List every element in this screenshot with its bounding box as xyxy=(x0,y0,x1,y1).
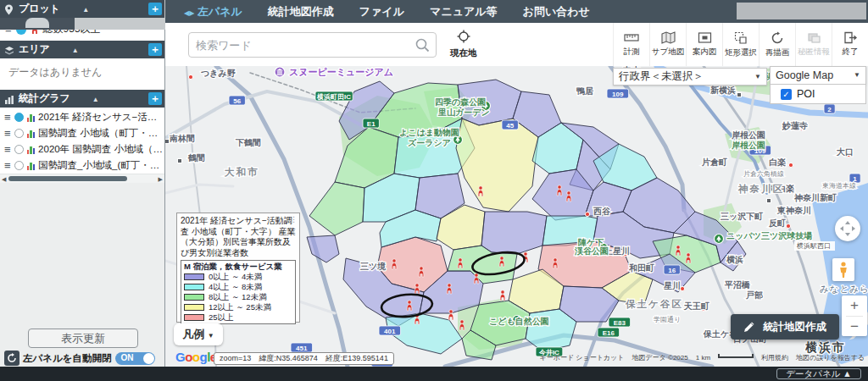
map-label: 新横浜 xyxy=(709,86,736,95)
route-badge: E83 xyxy=(609,318,631,327)
data-panel-button[interactable]: データパネル ▲ xyxy=(776,368,861,379)
sub-map-button[interactable]: サブ地図 xyxy=(649,23,686,66)
list-menu-icon[interactable]: ≡ xyxy=(4,127,11,140)
stats-item[interactable]: ≡国勢調査 小地域（町丁・字等） xyxy=(0,125,164,141)
museum-icon xyxy=(275,67,285,77)
svg-text:45: 45 xyxy=(506,122,514,130)
report-error-link[interactable]: 地図の誤りを報告する xyxy=(796,353,865,362)
auto-close-toggle[interactable]: ON xyxy=(115,352,155,365)
add-plot-button[interactable]: ＋ xyxy=(148,3,162,15)
list-menu-icon[interactable]: ≡ xyxy=(4,159,11,172)
park-icon xyxy=(715,235,724,244)
area-empty-message: データはありません xyxy=(0,58,164,90)
legend-title: 2021年 経済センサス−活動調査 小地域（町丁・大字） 産業（大分類）別民営事… xyxy=(181,216,296,258)
bottom-bar: データパネル ▲ xyxy=(0,367,868,381)
collapse-icon[interactable]: ▲ xyxy=(72,47,79,54)
street-view-pegman[interactable] xyxy=(832,258,854,281)
legend-row: 8以上 ～ 12未満 xyxy=(184,292,292,302)
horizontal-scrollbar[interactable]: ◀ ▶ xyxy=(0,174,164,183)
crosshair-icon xyxy=(457,30,470,43)
radio-unselected[interactable] xyxy=(14,145,24,154)
map-label: 横浜駅西口 xyxy=(796,242,831,250)
svg-text:109: 109 xyxy=(612,91,624,98)
map-label: 白楽 xyxy=(769,157,786,167)
route-badge: 16 xyxy=(664,265,680,274)
map-label: 鴨居 xyxy=(576,86,593,96)
chart-icon xyxy=(27,130,36,138)
list-menu-icon[interactable]: ≡ xyxy=(4,111,11,124)
route-badge: 451 xyxy=(291,343,313,352)
zoom-level: zoom=13 xyxy=(220,353,251,364)
add-area-button[interactable]: ＋ xyxy=(148,43,162,56)
keyboard-shortcuts-link[interactable]: キーボード ショートカット xyxy=(540,353,625,362)
poi-dot xyxy=(680,286,684,290)
scroll-left-icon[interactable]: ◀ xyxy=(2,174,6,184)
map-label: 平沼橋 xyxy=(724,280,750,290)
left-panel-toggle[interactable]: ◀▶ 左パネル xyxy=(184,4,242,19)
map-label: 妙蓮寺 xyxy=(782,121,808,130)
list-menu-icon[interactable]: ≡ xyxy=(4,143,11,156)
menu-contact[interactable]: お問い合わせ xyxy=(523,4,590,19)
stats-item[interactable]: ≡2020年 国勢調査 小地域（町丁・字等） xyxy=(0,141,164,157)
route-badge: 45 xyxy=(502,120,518,130)
menu-file[interactable]: ファイル xyxy=(359,4,404,19)
radio-selected[interactable] xyxy=(14,113,24,122)
current-location-button[interactable]: 現在地 xyxy=(445,30,482,59)
add-stats-button[interactable]: ＋ xyxy=(148,92,162,105)
plot-panel-header[interactable]: プロット▲ ＋ xyxy=(0,0,164,18)
svg-text:横浜町田IC: 横浜町田IC xyxy=(316,93,351,101)
pin-icon xyxy=(4,3,14,21)
map-pan-control[interactable] xyxy=(835,216,860,241)
legend-toggle-button[interactable]: 凡例 ▼ xyxy=(174,323,223,345)
radio-unselected[interactable] xyxy=(14,129,24,138)
map-label: 天王町 xyxy=(683,301,709,311)
collapse-icon[interactable]: ▲ xyxy=(82,6,89,14)
terms-link[interactable]: 利用規約 xyxy=(761,353,788,362)
scrollbar-thumb[interactable] xyxy=(8,176,127,181)
legend-box[interactable]: ⋮ 2021年 経済センサス−活動調査 小地域（町丁・大字） 産業（大分類）別民… xyxy=(176,213,300,323)
zoom-out-button[interactable]: − xyxy=(842,317,867,337)
map-label: 東神奈川 xyxy=(776,206,811,215)
stats-item[interactable]: ≡国勢調査_小地域_(町丁・字等) xyxy=(0,157,164,174)
legend-swatch xyxy=(184,273,204,280)
menu-manual[interactable]: マニュアル等 xyxy=(430,4,498,19)
station-icon xyxy=(737,93,742,97)
admin-boundary-select[interactable]: 行政界＜未選択＞▼ xyxy=(613,68,767,86)
rect-select-icon xyxy=(734,31,748,45)
map-label: 里山ガーデン xyxy=(437,108,490,117)
redraw-button[interactable]: 再描画 xyxy=(759,23,795,66)
area-panel-header[interactable]: エリア▲ ＋ xyxy=(0,41,164,58)
poi-checkbox[interactable]: ✓ xyxy=(781,89,792,100)
stats-item[interactable]: ≡2021年 経済センサス−活動調査 xyxy=(0,109,164,125)
create-statistical-map-button[interactable]: 統計地図作成 xyxy=(731,314,839,340)
overview-map-button[interactable]: 案内図 xyxy=(686,23,722,66)
legend-row: 4以上 ～ 8未満 xyxy=(184,282,292,292)
legend-swatch xyxy=(184,294,204,301)
zoom-in-button[interactable]: + xyxy=(842,295,867,316)
menu-statistical-map[interactable]: 統計地図作成 xyxy=(268,4,334,19)
radio-unselected[interactable] xyxy=(14,161,24,170)
refresh-display-button[interactable]: 表示更新 xyxy=(28,329,138,348)
measure-button[interactable]: 計測 xyxy=(613,23,649,66)
rectangle-select-button[interactable]: 矩形選択 xyxy=(722,23,759,66)
choropleth-region xyxy=(481,212,547,254)
route-badge: 56 xyxy=(229,96,245,105)
svg-text:E83: E83 xyxy=(614,319,626,327)
reload-icon-button[interactable] xyxy=(4,351,19,366)
basemap-select[interactable]: Google Map▼ xyxy=(770,66,866,85)
route-badge: 横浜町田IC xyxy=(315,91,353,101)
map-label: 片倉六角橋線 xyxy=(743,170,784,178)
legend-swatch xyxy=(184,284,204,290)
chevron-down-icon: ▼ xyxy=(754,69,761,85)
exit-button[interactable]: 終了 xyxy=(832,23,868,66)
drag-handle-icon[interactable]: ⋮ xyxy=(290,215,298,224)
search-icon[interactable] xyxy=(415,37,431,57)
stats-panel-header[interactable]: 統計グラフ▲ ＋ xyxy=(0,90,164,108)
scroll-right-icon[interactable]: ▶ xyxy=(159,174,163,184)
route-badge: E16 xyxy=(598,328,620,337)
hidden-info-button: 秘匿情報 xyxy=(795,23,832,66)
search-input[interactable] xyxy=(196,34,408,56)
map-label: よこはま動物園 xyxy=(399,128,459,137)
map-label: 和田町 xyxy=(628,263,654,273)
collapse-icon[interactable]: ▲ xyxy=(92,96,99,103)
